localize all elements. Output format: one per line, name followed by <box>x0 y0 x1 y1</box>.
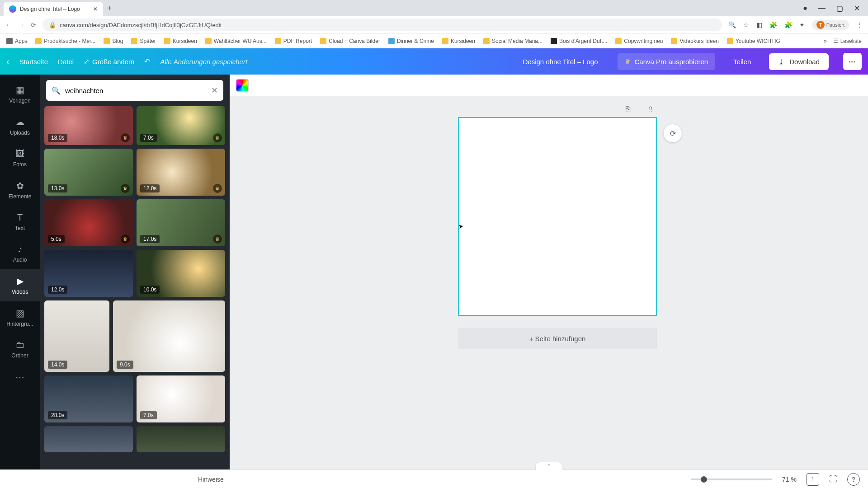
upload-page-icon[interactable]: ⇪ <box>645 103 656 115</box>
zoom-knob[interactable] <box>701 476 707 483</box>
rail-text[interactable]: TText <box>0 206 40 238</box>
share-button[interactable]: Teilen <box>733 58 751 66</box>
video-thumb[interactable]: 14.0s <box>44 300 109 372</box>
zoom-icon[interactable]: 🔍 <box>728 21 736 28</box>
extensions-icon[interactable]: ✦ <box>799 21 805 28</box>
star-icon[interactable]: ☆ <box>743 21 749 28</box>
bookmark-item[interactable]: PDF Report <box>275 38 312 44</box>
canvas-page[interactable] <box>458 117 657 316</box>
zoom-slider[interactable] <box>691 479 772 480</box>
reload-icon[interactable]: ⟳ <box>31 21 36 28</box>
fullscreen-icon[interactable]: ⛶ <box>829 474 837 484</box>
bookmark-item[interactable]: Copywriting neu <box>615 38 663 44</box>
resize-icon: ⤢ <box>84 57 90 66</box>
rail-more[interactable]: ⋯ <box>0 365 40 391</box>
clear-search-icon[interactable]: ✕ <box>211 85 218 95</box>
bookmark-item[interactable]: Social Media Mana... <box>483 38 542 44</box>
search-input[interactable] <box>65 87 207 94</box>
video-thumb[interactable]: 5.0s♛ <box>44 199 133 246</box>
ext1-icon[interactable]: 🧩 <box>769 21 777 28</box>
pause-pill[interactable]: T Pausiert <box>812 20 849 30</box>
video-thumb[interactable]: 17.0s♛ <box>137 199 225 246</box>
expand-pages-icon[interactable]: ⌃ <box>535 462 562 470</box>
file-button[interactable]: Datei <box>58 58 74 66</box>
notes-button[interactable]: Hinweise <box>198 476 224 483</box>
bookmark-item[interactable]: Blog <box>104 38 123 44</box>
bookmark-item[interactable]: Kursideen <box>442 38 475 44</box>
back-icon[interactable]: ← <box>5 21 12 28</box>
close-window-icon[interactable]: ✕ <box>854 4 860 13</box>
undo-icon[interactable]: ↶ <box>144 57 150 66</box>
rail-photos[interactable]: 🖼Fotos <box>0 142 40 174</box>
canva-favicon <box>9 5 16 13</box>
bookmark-item[interactable]: Kursideen <box>164 38 197 44</box>
bookmark-item[interactable]: Wahlfächer WU Aus... <box>205 38 267 44</box>
video-thumb[interactable]: 7.0s♛ <box>137 106 225 145</box>
bookmark-item[interactable]: Später <box>131 38 156 44</box>
url-input[interactable]: 🔒 canva.com/design/DAEdomzscjl/drBfjHdCo… <box>42 19 722 31</box>
help-button[interactable]: ? <box>847 473 860 486</box>
add-page-button[interactable]: + Seite hinzufügen <box>458 328 657 349</box>
bookmark-item[interactable]: Produktsuche - Mer... <box>35 38 95 44</box>
crown-icon: ♛ <box>121 184 130 193</box>
canva-pro-button[interactable]: ♛ Canva Pro ausprobieren <box>618 53 715 70</box>
bookmark-item[interactable]: Videokurs Ideen <box>671 38 719 44</box>
home-button[interactable]: Startseite <box>19 58 48 66</box>
video-thumb[interactable]: 12.0s♛ <box>137 149 225 196</box>
tab-close-icon[interactable]: ✕ <box>93 6 98 12</box>
download-button[interactable]: ⭳ Download <box>769 53 829 70</box>
rail-templates[interactable]: ▦Vorlagen <box>0 78 40 110</box>
duplicate-page-icon[interactable]: ⎘ <box>622 103 634 115</box>
bookmark-item[interactable]: Youtube WICHTIG <box>727 38 780 44</box>
refresh-canvas-icon[interactable]: ⟳ <box>664 124 682 142</box>
rail-videos[interactable]: ▶Videos <box>0 269 40 301</box>
video-thumb[interactable]: 18.0s♛ <box>44 106 133 145</box>
resize-label: Größe ändern <box>92 58 134 66</box>
rail-uploads[interactable]: ☁Uploads <box>0 110 40 142</box>
maximize-icon[interactable]: ▢ <box>836 4 843 13</box>
video-thumb[interactable]: 10.0s <box>137 250 225 297</box>
design-title[interactable]: Design ohne Titel – Logo <box>523 58 598 66</box>
minimize-icon[interactable]: — <box>818 4 826 13</box>
address-bar: ← → ⟳ 🔒 canva.com/design/DAEdomzscjl/drB… <box>0 16 868 33</box>
video-thumb[interactable] <box>137 426 225 452</box>
video-thumb[interactable]: 12.0s <box>44 250 133 297</box>
search-icon: 🔍 <box>52 86 61 95</box>
bookmark-item[interactable]: Cload + Canva Bilder <box>320 38 380 44</box>
profile-dot-icon[interactable]: ● <box>803 4 807 13</box>
video-thumb[interactable]: 28.0s <box>44 375 133 422</box>
back-home-icon[interactable]: ‹ <box>6 56 9 67</box>
browser-tab[interactable]: Design ohne Titel – Logo ✕ <box>4 2 103 16</box>
video-thumb[interactable]: 13.0s♛ <box>44 149 133 196</box>
download-label: Download <box>789 58 820 66</box>
video-thumb[interactable] <box>44 426 133 452</box>
url-text: canva.com/design/DAEdomzscjl/drBfjHdCojI… <box>60 22 222 28</box>
qr-icon[interactable]: ◧ <box>756 21 762 28</box>
canvas-stage[interactable]: ⎘ ⇪ ⟳ ➤ + Seite hinzufügen ⌃ <box>230 75 868 469</box>
rail-background[interactable]: ▨Hintergru... <box>0 301 40 333</box>
rail-audio[interactable]: ♪Audio <box>0 238 40 269</box>
canva-topbar: ‹ Startseite Datei ⤢ Größe ändern ↶ Alle… <box>0 48 868 75</box>
pro-label: Canva Pro ausprobieren <box>634 58 708 66</box>
pause-label: Pausiert <box>826 22 844 28</box>
bookmark-item[interactable]: Dinner & Crime <box>388 38 434 44</box>
menu-icon[interactable]: ⋮ <box>856 21 863 28</box>
ext2-icon[interactable]: 🧩 <box>784 21 792 28</box>
readlist-button[interactable]: ☰Leseliste <box>833 38 862 44</box>
apps-button[interactable]: Apps <box>6 38 27 44</box>
apps-label: Apps <box>15 38 27 44</box>
rail-elements[interactable]: ✿Elemente <box>0 174 40 206</box>
bookmark-item[interactable]: Bois d'Argent Duft... <box>551 38 607 44</box>
forward-icon[interactable]: → <box>18 21 24 28</box>
resize-button[interactable]: ⤢ Größe ändern <box>84 57 134 66</box>
window-controls: ● — ▢ ✕ <box>803 4 868 13</box>
photos-icon: 🖼 <box>2 149 38 159</box>
page-indicator[interactable]: 1 <box>807 473 819 486</box>
new-tab-button[interactable]: + <box>103 4 116 13</box>
bookmarks-overflow[interactable]: » <box>824 38 827 44</box>
video-thumb[interactable]: 7.0s <box>137 375 225 422</box>
more-button[interactable]: ⋯ <box>843 53 862 70</box>
video-thumb[interactable]: 9.0s <box>113 300 225 372</box>
video-grid[interactable]: 18.0s♛ 7.0s♛ 13.0s♛ 12.0s♛ 5.0s♛ 17.0s♛ … <box>40 106 230 469</box>
rail-folders[interactable]: 🗀Ordner <box>0 333 40 365</box>
